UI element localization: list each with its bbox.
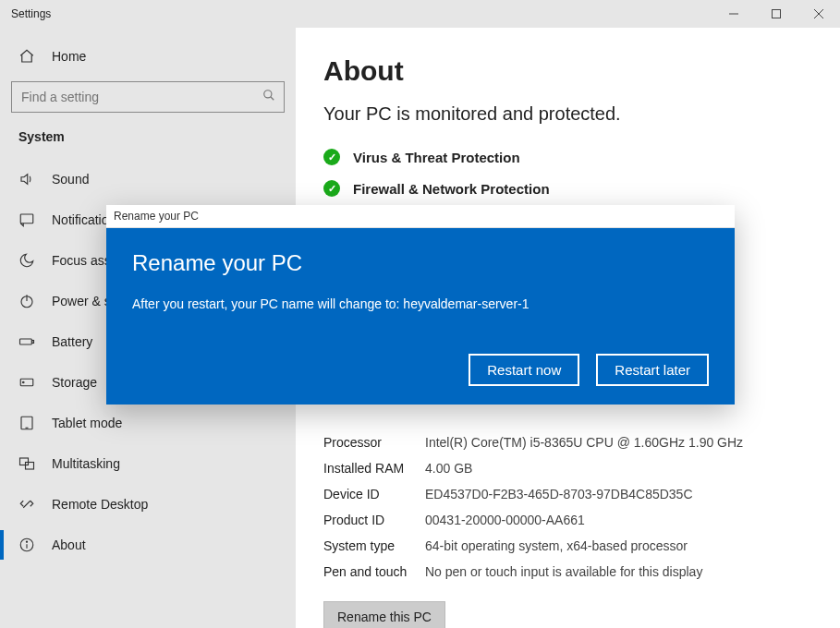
spec-label: Product ID bbox=[323, 507, 425, 533]
spec-value: 00431-20000-00000-AA661 bbox=[425, 507, 743, 533]
spec-value: 64-bit operating system, x64-based proce… bbox=[425, 533, 743, 559]
about-icon bbox=[18, 537, 35, 553]
restart-later-button[interactable]: Restart later bbox=[596, 354, 709, 386]
sidebar-item-label: Remote Desktop bbox=[52, 497, 148, 512]
minimize-button[interactable] bbox=[712, 0, 755, 28]
check-icon: ✓ bbox=[323, 149, 340, 165]
sidebar-item-remote-desktop[interactable]: Remote Desktop bbox=[0, 484, 296, 525]
search-input[interactable] bbox=[11, 81, 285, 113]
storage-icon bbox=[18, 374, 35, 391]
window-titlebar: Settings bbox=[0, 0, 840, 28]
rename-pc-dialog: Rename your PC Rename your PC After you … bbox=[106, 205, 735, 405]
search-box[interactable] bbox=[11, 81, 285, 113]
table-row: Pen and touchNo pen or touch input is av… bbox=[323, 559, 743, 585]
restart-now-button[interactable]: Restart now bbox=[469, 354, 579, 386]
spec-value: ED4537D0-F2B3-465D-8703-97DB4C85D35C bbox=[425, 481, 743, 507]
svg-point-19 bbox=[26, 541, 27, 542]
nav-home[interactable]: Home bbox=[0, 37, 296, 76]
svg-line-5 bbox=[271, 97, 274, 101]
check-icon: ✓ bbox=[323, 180, 340, 197]
svg-point-4 bbox=[264, 91, 272, 98]
dialog-message: After you restart, your PC name will cha… bbox=[132, 296, 709, 311]
sidebar-item-multitasking[interactable]: Multitasking bbox=[0, 443, 296, 484]
search-icon bbox=[262, 89, 275, 105]
spec-label: Device ID bbox=[323, 481, 425, 507]
protection-label: Virus & Threat Protection bbox=[353, 150, 520, 165]
spec-value: Intel(R) Core(TM) i5-8365U CPU @ 1.60GHz… bbox=[425, 429, 743, 455]
notifications-icon bbox=[18, 211, 35, 228]
remote-icon bbox=[18, 496, 35, 513]
window-title: Settings bbox=[11, 7, 51, 20]
spec-label: Installed RAM bbox=[323, 455, 425, 481]
spec-value: No pen or touch input is available for t… bbox=[425, 559, 743, 585]
table-row: Installed RAM4.00 GB bbox=[323, 455, 743, 481]
svg-rect-10 bbox=[32, 341, 34, 344]
maximize-button[interactable] bbox=[755, 0, 797, 28]
device-specs-table: ProcessorIntel(R) Core(TM) i5-8365U CPU … bbox=[323, 429, 743, 585]
table-row: Device IDED4537D0-F2B3-465D-8703-97DB4C8… bbox=[323, 481, 743, 507]
sidebar-item-label: Multitasking bbox=[52, 456, 120, 471]
sidebar-item-tablet[interactable]: Tablet mode bbox=[0, 403, 296, 443]
sidebar-item-label: About bbox=[52, 537, 86, 552]
protection-subhead: Your PC is monitored and protected. bbox=[323, 103, 812, 125]
nav-home-label: Home bbox=[52, 49, 86, 64]
svg-point-12 bbox=[23, 381, 25, 383]
protection-item: ✓ Firewall & Network Protection bbox=[323, 173, 812, 204]
svg-rect-9 bbox=[20, 339, 32, 344]
close-button[interactable] bbox=[797, 0, 840, 28]
table-row: System type64-bit operating system, x64-… bbox=[323, 533, 743, 559]
home-icon bbox=[18, 48, 35, 65]
power-icon bbox=[18, 293, 35, 309]
sidebar-item-label: Battery bbox=[52, 334, 92, 349]
spec-label: System type bbox=[323, 533, 425, 559]
svg-rect-15 bbox=[20, 458, 29, 465]
svg-rect-16 bbox=[26, 463, 34, 470]
focus-icon bbox=[18, 252, 35, 269]
multitask-icon bbox=[18, 455, 35, 472]
protection-item: ✓ Virus & Threat Protection bbox=[323, 141, 812, 173]
svg-rect-6 bbox=[20, 214, 33, 223]
table-row: ProcessorIntel(R) Core(TM) i5-8365U CPU … bbox=[323, 429, 743, 455]
rename-pc-button[interactable]: Rename this PC bbox=[323, 601, 445, 628]
window-controls bbox=[712, 0, 840, 28]
sidebar-category: System bbox=[0, 113, 296, 153]
protection-label: Firewall & Network Protection bbox=[353, 181, 550, 197]
dialog-heading: Rename your PC bbox=[132, 250, 709, 276]
spec-label: Pen and touch bbox=[323, 559, 425, 585]
dialog-titlebar: Rename your PC bbox=[106, 205, 735, 228]
tablet-icon bbox=[18, 415, 35, 431]
sidebar-item-about[interactable]: About bbox=[0, 525, 296, 565]
sidebar-item-label: Sound bbox=[52, 172, 89, 187]
svg-rect-1 bbox=[773, 10, 781, 18]
table-row: Product ID00431-20000-00000-AA661 bbox=[323, 507, 743, 533]
sound-icon bbox=[18, 171, 35, 187]
sidebar-item-label: Storage bbox=[52, 375, 97, 390]
battery-icon bbox=[18, 333, 35, 350]
page-title: About bbox=[323, 55, 812, 87]
sidebar-item-sound[interactable]: Sound bbox=[0, 159, 296, 199]
spec-value: 4.00 GB bbox=[425, 455, 743, 481]
spec-label: Processor bbox=[323, 429, 425, 455]
sidebar-item-label: Tablet mode bbox=[52, 416, 122, 430]
